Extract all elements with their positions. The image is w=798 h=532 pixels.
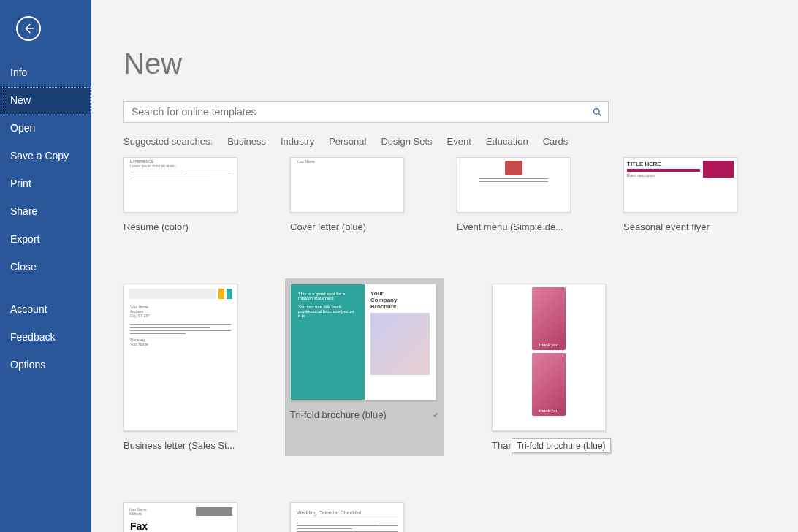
suggested-label: Suggested searches: xyxy=(123,136,213,147)
pin-icon[interactable] xyxy=(430,411,439,419)
sidebar-item-save-copy[interactable]: Save a Copy xyxy=(0,142,91,170)
sidebar-item-new[interactable]: New xyxy=(0,86,91,114)
sidebar-item-open[interactable]: Open xyxy=(0,114,91,142)
search-icon xyxy=(592,107,603,118)
suggest-link-personal[interactable]: Personal xyxy=(329,136,366,147)
template-card-cover-letter[interactable]: Your Name Cover letter (blue) xyxy=(290,157,404,232)
sidebar-item-close[interactable]: Close xyxy=(0,253,91,281)
template-thumb: Your Name xyxy=(290,157,404,213)
template-grid: EXPERIENCELorem ipsum dolor sit amet... … xyxy=(123,157,766,532)
sidebar-item-options[interactable]: Options xyxy=(0,351,91,379)
suggest-link-cards[interactable]: Cards xyxy=(543,136,569,147)
sidebar-item-feedback[interactable]: Feedback xyxy=(0,323,91,351)
backstage-sidebar: Info New Open Save a Copy Print Share Ex… xyxy=(0,0,91,532)
search-input[interactable] xyxy=(124,106,586,118)
sidebar-item-print[interactable]: Print xyxy=(0,170,91,197)
template-label: Resume (color) xyxy=(123,221,238,232)
template-label: Tri-fold brochure (blue) xyxy=(290,409,439,420)
suggest-link-business[interactable]: Business xyxy=(227,136,266,147)
arrow-left-icon xyxy=(22,22,35,35)
template-label: Seasonal event flyer xyxy=(623,221,737,232)
suggest-link-design-sets[interactable]: Design Sets xyxy=(381,136,432,147)
sidebar-item-export[interactable]: Export xyxy=(0,225,91,253)
suggest-link-education[interactable]: Education xyxy=(486,136,528,147)
suggest-link-industry[interactable]: Industry xyxy=(281,136,314,147)
sidebar-menu: Info New Open Save a Copy Print Share Ex… xyxy=(0,58,91,379)
template-card-fax-cover[interactable]: Your NameAddress Fax This is a document … xyxy=(123,502,238,532)
suggested-searches: Suggested searches: Business Industry Pe… xyxy=(123,136,766,147)
template-label: Cover letter (blue) xyxy=(290,221,404,232)
suggest-link-event[interactable]: Event xyxy=(447,136,471,147)
template-card-business-letter[interactable]: Your NameAddressCity, ST ZIP Sincerely,Y… xyxy=(123,284,238,451)
template-card-event-menu[interactable]: Event menu (Simple de... xyxy=(457,157,571,232)
template-card-resume-color[interactable]: EXPERIENCELorem ipsum dolor sit amet... … xyxy=(123,157,238,232)
template-thumb: This is a great spot for a mission state… xyxy=(290,284,436,400)
sidebar-item-account[interactable]: Account xyxy=(0,295,91,323)
template-card-wedding-checklist[interactable]: Wedding Calendar Checklist xyxy=(290,502,404,532)
template-thumb: Your NameAddress Fax This is a document … xyxy=(123,502,238,532)
template-card-thank-you[interactable]: thank you thank you Thank you cards xyxy=(492,284,606,451)
search-button[interactable] xyxy=(586,102,608,122)
sidebar-item-info[interactable]: Info xyxy=(0,58,91,86)
template-thumb: Your NameAddressCity, ST ZIP Sincerely,Y… xyxy=(123,284,238,431)
main-pane: New Suggested searches: Business Industr… xyxy=(91,0,798,532)
template-thumb: Wedding Calendar Checklist xyxy=(290,502,404,532)
back-button[interactable] xyxy=(16,16,41,41)
template-card-trifold-brochure[interactable]: This is a great spot for a mission state… xyxy=(285,278,444,456)
template-label: Event menu (Simple de... xyxy=(457,221,571,232)
tooltip: Tri-fold brochure (blue) xyxy=(512,438,611,453)
template-thumb xyxy=(457,157,571,213)
template-label: Business letter (Sales St... xyxy=(123,440,238,451)
template-card-seasonal-flyer[interactable]: TITLE HEREEvent description. Seasonal ev… xyxy=(623,157,737,232)
template-thumb: TITLE HEREEvent description. xyxy=(623,157,737,213)
template-search xyxy=(123,101,609,123)
page-title: New xyxy=(123,48,766,80)
sidebar-item-share[interactable]: Share xyxy=(0,197,91,225)
template-thumb: EXPERIENCELorem ipsum dolor sit amet... xyxy=(123,157,238,213)
template-thumb: thank you thank you xyxy=(492,284,606,431)
svg-point-0 xyxy=(593,108,599,114)
